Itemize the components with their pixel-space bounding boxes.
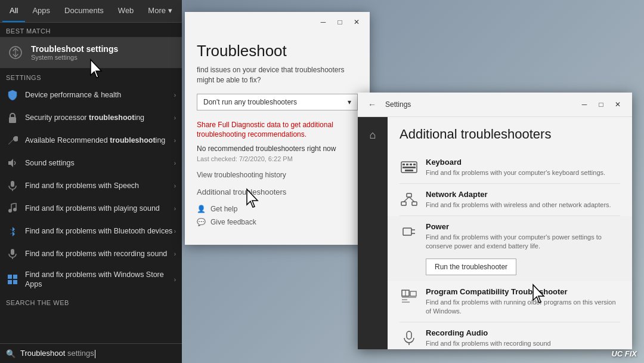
get-help-item[interactable]: 👤 Get help [197, 205, 358, 213]
menu-item-device-performance[interactable]: Device performance & health › [0, 84, 182, 106]
keyboard-icon [400, 158, 419, 177]
watermark: UC FIX [611, 349, 637, 358]
additional-troubleshooters-window: ← Settings ─ □ ✕ ⌂ Additional troublesho… [358, 93, 632, 349]
troubleshooter-dropdown[interactable]: Don't run any troubleshooters ▾ [197, 94, 358, 110]
ts-keyboard: Keyboard Find and fix problems with your… [400, 152, 620, 184]
minimize-button[interactable]: ─ [315, 16, 332, 29]
menu-item-sound-text: Sound settings [25, 158, 174, 168]
ts-network: Network Adapter Find and fix problems wi… [400, 184, 620, 216]
additional-titlebar: ← Settings ─ □ ✕ [358, 93, 632, 117]
svg-point-7 [13, 208, 17, 211]
maximize-button[interactable]: □ [332, 16, 348, 29]
best-match-text: Troubleshoot settings System settings [31, 44, 118, 61]
store-icon [6, 273, 19, 286]
menu-item-security-processor[interactable]: Security processor troubleshooting › [0, 106, 182, 129]
troubleshoot-subtitle: find issues on your device that troubles… [197, 65, 358, 85]
menu-item-store-apps[interactable]: Find and fix problems with Windows Store… [0, 265, 182, 294]
ts-compat-info: Program Compatibility Troubleshooter Fin… [426, 287, 620, 316]
ts-recording: Recording Audio Find and fix problems wi… [400, 322, 620, 349]
arrow-icon: › [174, 160, 176, 167]
menu-item-recommended-text: Available Recommended troubleshooting [25, 136, 174, 145]
arrow-icon: › [174, 92, 176, 99]
menu-item-sound[interactable]: Sound settings › [0, 152, 182, 174]
wrench-icon [6, 134, 19, 147]
arrow-icon: › [174, 276, 176, 283]
svg-rect-15 [13, 280, 17, 284]
tab-documents[interactable]: Documents [57, 0, 111, 22]
menu-item-speech[interactable]: Find and fix problems with Speech › [0, 174, 182, 197]
svg-point-6 [8, 209, 12, 213]
troubleshoot-content: Troubleshoot find issues on your device … [185, 32, 370, 245]
svg-rect-25 [412, 202, 417, 205]
settings-label: Settings [0, 69, 182, 84]
feedback-icon: 💬 [197, 218, 206, 226]
menu-item-playing-sound[interactable]: Find and fix problems with playing sound… [0, 197, 182, 220]
menu-item-available-recommended[interactable]: Available Recommended troubleshooting › [0, 129, 182, 152]
mic-icon [6, 179, 19, 192]
best-match-title: Troubleshoot settings [31, 44, 118, 54]
arrow-icon: › [174, 228, 176, 235]
additional-troubleshooters-link[interactable]: Additional troubleshooters [197, 187, 358, 196]
minimize-button-add[interactable]: ─ [576, 98, 593, 111]
menu-item-bluetooth-text: Find and fix problems with Bluetooth dev… [25, 226, 174, 236]
tab-all[interactable]: All [2, 0, 25, 22]
menu-item-security-text: Security processor troubleshooting [25, 113, 174, 122]
svg-rect-24 [401, 202, 406, 205]
speaker-icon [6, 156, 19, 170]
power-icon [400, 222, 419, 241]
ts-power: Power Find and fix problems with your co… [388, 216, 632, 282]
ts-recording-info: Recording Audio Find and fix problems wi… [426, 328, 620, 348]
menu-item-recording-text: Find and fix problems with recording sou… [25, 249, 174, 259]
troubleshoot-title: Troubleshoot [197, 42, 358, 60]
ts-compat: Program Compatibility Troubleshooter Fin… [400, 281, 620, 322]
back-button[interactable]: ← [364, 96, 380, 113]
search-icon-bottom: 🔍 [6, 349, 16, 358]
menu-item-playing-sound-text: Find and fix problems with playing sound [25, 204, 174, 213]
svg-rect-20 [413, 164, 416, 165]
shield-icon [6, 88, 19, 101]
svg-rect-2 [9, 117, 16, 123]
svg-line-26 [404, 197, 409, 202]
arrow-icon: › [174, 251, 176, 257]
network-icon [400, 190, 419, 209]
best-match-item[interactable]: Troubleshoot settings System settings [0, 37, 182, 68]
svg-rect-12 [8, 275, 12, 279]
home-icon[interactable]: ⌂ [370, 129, 376, 141]
maximize-button-add[interactable]: □ [593, 98, 609, 111]
close-button-add[interactable]: ✕ [609, 98, 626, 111]
additional-content: ⌂ Additional troubleshooters Keyboard Fi… [358, 117, 632, 349]
diagnostic-link[interactable]: Share Full Diagnostic data to get additi… [197, 120, 358, 140]
menu-item-bluetooth[interactable]: Find and fix problems with Bluetooth dev… [0, 220, 182, 242]
tab-web[interactable]: Web [111, 0, 141, 22]
svg-rect-17 [402, 164, 405, 165]
best-match-subtitle: System settings [31, 54, 118, 61]
arrow-icon: › [174, 115, 176, 121]
svg-marker-3 [8, 159, 13, 167]
svg-rect-14 [8, 280, 12, 284]
menu-item-recording[interactable]: Find and fix problems with recording sou… [0, 242, 182, 265]
tab-more[interactable]: More ▾ [141, 0, 179, 22]
tab-apps[interactable]: Apps [25, 0, 57, 22]
lock-icon [6, 111, 19, 124]
arrow-icon: › [174, 137, 176, 144]
no-recommended-text: No recommended troubleshooters right now [197, 144, 358, 153]
view-history-link[interactable]: View troubleshooting history [197, 171, 358, 179]
svg-rect-4 [11, 181, 14, 187]
compat-icon [400, 287, 419, 306]
menu-item-device-text: Device performance & health [25, 90, 174, 100]
music-icon [6, 202, 19, 215]
run-troubleshooter-button[interactable]: Run the troubleshooter [426, 259, 516, 275]
close-button[interactable]: ✕ [348, 16, 365, 29]
svg-rect-13 [13, 275, 17, 279]
best-match-label: Best match [0, 23, 182, 37]
search-web-label: Search the web [0, 294, 182, 309]
arrow-icon: › [174, 183, 176, 189]
mic-rec-icon [6, 247, 19, 260]
search-bar[interactable]: 🔍 Troubleshoot settings [0, 343, 182, 363]
last-checked-text: Last checked: 7/2/2020, 6:22 PM [197, 155, 358, 162]
give-feedback-item[interactable]: 💬 Give feedback [197, 218, 358, 226]
ts-keyboard-info: Keyboard Find and fix problems with your… [426, 158, 620, 177]
titlebar-buttons: ─ □ ✕ [576, 98, 626, 111]
chevron-down-icon: ▾ [348, 98, 351, 106]
troubleshoot-window: ─ □ ✕ Troubleshoot find issues on your d… [185, 12, 370, 245]
